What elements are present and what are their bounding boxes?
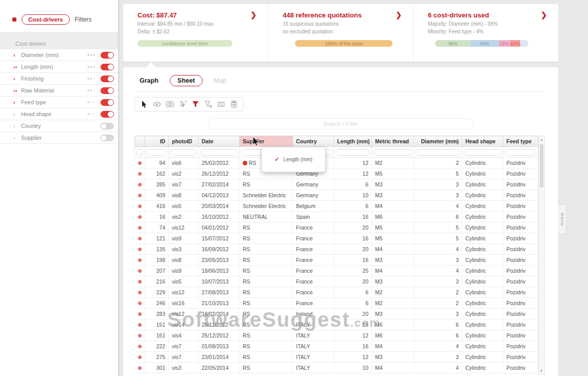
table-row[interactable]: 216 vis5 10/07/2013 RS France 20 M3 3 Cy… (135, 276, 538, 287)
filter-input-status[interactable] (136, 149, 143, 156)
eye-preview-icon[interactable] (166, 100, 174, 108)
cost-driver-item[interactable]: › Diameter (mm) ●●● (0, 49, 118, 61)
tab-graph[interactable]: Graph (140, 77, 159, 84)
chevron-right-icon[interactable]: ›› (13, 64, 21, 70)
cell-supplier: RS (240, 352, 293, 363)
filter-clear-icon[interactable] (204, 100, 212, 108)
cost-driver-item[interactable]: ›› Raw Material ●●○ (0, 85, 118, 97)
filter-input-head-shape[interactable] (464, 149, 501, 156)
tab-map[interactable]: Map (214, 77, 226, 84)
status-dot-icon (138, 312, 142, 316)
col-date[interactable]: Date (199, 136, 240, 147)
row-status-cell (135, 309, 145, 319)
table-row[interactable]: 416 vis5 20/03/2014 Schneider Electric B… (135, 201, 538, 212)
table-row[interactable]: 16 vis2 16/10/2012 NEUTRAL Spain 16 M6 6… (135, 212, 538, 222)
chevron-right-icon[interactable]: ›› (13, 87, 21, 93)
expand-cost-icon[interactable]: ❯ (250, 11, 257, 19)
table-row[interactable]: 246 vis16 21/10/2013 RS France 6 M2 2 Cy… (135, 298, 538, 309)
chevron-right-icon[interactable]: › (13, 135, 21, 141)
cell-id: 161 (145, 330, 169, 341)
filter-input-id[interactable] (147, 149, 167, 156)
filter-input-date[interactable] (200, 149, 238, 156)
toggle-switch[interactable] (101, 111, 114, 118)
toggle-switch[interactable] (101, 87, 114, 94)
filter-icon[interactable] (191, 100, 200, 108)
table-row[interactable]: 229 vis12 27/08/2013 RS France 6 M2 2 Cy… (135, 287, 538, 298)
table-row[interactable]: 162 vis2 26/12/2012 RS Germany 12 M5 5 C… (135, 168, 538, 179)
toggle-switch[interactable] (101, 135, 114, 141)
table-row[interactable]: 135 vis3 16/09/2012 RS France 20 M4 4 Cy… (135, 244, 538, 255)
table-row[interactable]: 161 vis4 25/12/2012 RS ITALY 12 M6 6 Cyl… (135, 330, 538, 341)
tab-sheet[interactable]: Sheet (170, 75, 203, 86)
toggle-switch[interactable] (101, 123, 114, 129)
toggle-switch[interactable] (101, 52, 114, 59)
cost-driver-item[interactable]: › Supplier (0, 132, 118, 144)
eye-icon[interactable] (153, 100, 161, 108)
pointer-tool-icon[interactable] (140, 100, 148, 108)
cost-driver-item[interactable]: › Head shape ●○○ (0, 108, 118, 120)
menu-side-tab[interactable]: menu (558, 204, 566, 234)
scrollbar-thumb[interactable] (540, 144, 543, 187)
expand-quotations-icon[interactable]: ❯ (396, 11, 402, 19)
toggle-switch[interactable] (101, 64, 114, 70)
cell-length: 16 (334, 233, 372, 244)
calculator-icon[interactable] (230, 100, 238, 108)
expand-drivers-icon[interactable]: ❯ (541, 11, 547, 19)
chevron-right-icon[interactable]: › (13, 99, 21, 105)
cost-driver-item[interactable]: › Feed type ●○○ (0, 97, 118, 108)
col-id[interactable]: ID (145, 136, 169, 147)
cell-diameter: 3 (414, 276, 462, 287)
table-row[interactable]: 222 vis7 01/08/2013 RS ITALY 16 M4 4 Cyl… (135, 341, 538, 352)
table-scrollbar[interactable]: ▲ ▼ (538, 136, 545, 374)
cost-driver-item[interactable]: › Finishing ●●○ (0, 73, 118, 85)
cost-driver-item[interactable]: › Country (0, 120, 118, 132)
chevron-right-icon[interactable]: › (13, 111, 21, 117)
filter-input-diameter[interactable] (416, 149, 460, 156)
tab-cost-drivers[interactable]: Cost-drivers (22, 14, 70, 25)
col-head-shape[interactable]: Head shape (462, 136, 503, 147)
toggle-switch[interactable] (101, 99, 114, 106)
table-row[interactable]: 207 vis9 18/06/2013 RS France 25 M4 4 Cy… (135, 266, 538, 276)
filter-input-metric-thread[interactable] (374, 149, 412, 156)
table-row[interactable]: 74 vis12 04/01/2012 RS France 20 M5 5 Cy… (135, 222, 538, 233)
table-row[interactable]: 151 vis14 20/11/2012 RS ITALY 25 M6 6 Cy… (135, 319, 538, 330)
filter-input-photoid[interactable] (170, 149, 197, 156)
chevron-right-icon[interactable]: › (13, 76, 21, 82)
sidebar: Cost-drivers Filters Cost-drivers › Diam… (0, 0, 118, 376)
col-diameter[interactable]: Diameter (mm) (414, 136, 462, 147)
cell-feed-type: Pozidriv (503, 341, 538, 352)
cost-driver-item[interactable]: ›› Length (mm) ●●● (0, 61, 118, 73)
filter-input-feed-type[interactable] (505, 149, 536, 156)
table-row[interactable]: 275 vis7 23/01/2014 RS ITALY 12 M3 3 Cyl… (135, 352, 538, 363)
table-row[interactable]: 94 vis6 25/02/2012 RS 12 M2 2 Cylindric … (135, 158, 538, 168)
table-row[interactable]: 198 vis8 23/05/2013 RS France 16 M3 3 Cy… (135, 255, 538, 266)
supplier-text: RS (243, 224, 250, 231)
table-row[interactable]: 409 vis8 04/12/2013 Schneider Electric G… (135, 190, 538, 201)
toggle-switch[interactable] (101, 76, 114, 82)
chevron-right-icon[interactable]: › (13, 52, 21, 58)
col-feed-type[interactable]: Feed type (503, 136, 538, 147)
filter-input-length[interactable] (336, 149, 370, 156)
columns-icon[interactable] (217, 100, 225, 108)
chevron-right-icon[interactable]: › (13, 123, 21, 129)
col-photoid[interactable]: photoID (169, 136, 199, 147)
scroll-up-icon[interactable]: ▲ (539, 136, 544, 143)
table-row[interactable]: 301 vis3 22/05/2014 RS ITALY 10 M4 4 Cyl… (135, 363, 538, 373)
table-row[interactable]: 285 vis7 27/02/2014 RS Germany 6 M3 3 Cy… (135, 179, 538, 190)
column-option-popup[interactable]: ✓ Length (mm) (262, 147, 325, 172)
table-row[interactable]: 121 vis9 15/07/2012 RS France 16 M5 5 Cy… (135, 233, 538, 244)
col-length[interactable]: Length (mm) (334, 136, 372, 147)
tab-filters[interactable]: Filters (75, 16, 92, 23)
cell-diameter: 4 (414, 341, 462, 352)
select-move-icon[interactable] (179, 100, 187, 108)
table-row[interactable]: 283 vis12 16/02/2014 RS Ireland 20 M3 3 … (135, 309, 538, 319)
col-metric-thread[interactable]: Metric thread (372, 136, 414, 147)
search-input[interactable] (208, 118, 474, 129)
status-dot-icon (138, 248, 142, 251)
col-country[interactable]: Country (293, 136, 334, 147)
scroll-down-icon[interactable]: ▼ (539, 367, 544, 374)
popup-option-label[interactable]: Length (mm) (283, 157, 312, 162)
row-status-cell (135, 222, 145, 233)
col-supplier[interactable]: Supplier (240, 136, 293, 147)
cell-feed-type: Pozidriv (503, 255, 538, 266)
